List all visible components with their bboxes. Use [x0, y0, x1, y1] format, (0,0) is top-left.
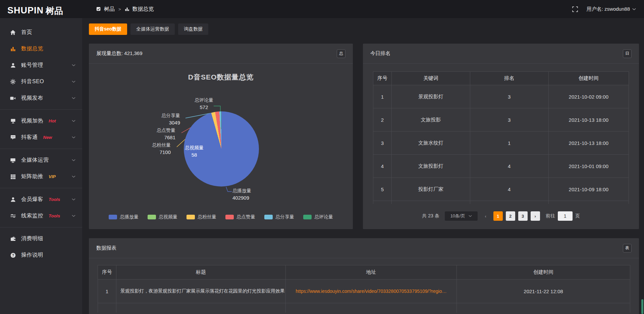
cell-index: 5	[373, 178, 392, 201]
pagination-total: 共 23 条	[422, 213, 439, 219]
cell-created: 2021-10-13 18:00	[549, 132, 629, 155]
breadcrumb-separator: >	[118, 7, 121, 12]
report-row: 1 景观投影灯，夜游景观投影灯厂家展示展示落花灯在花园里的灯光投影应用效果 # …	[98, 279, 630, 303]
page-size-select[interactable]: 10条/页	[444, 211, 478, 221]
cell-keyword: 景观投影灯	[392, 85, 470, 108]
sidebar-item-data-overview[interactable]: 数据总览	[0, 41, 82, 57]
tools-badge: Tools	[49, 213, 60, 218]
chevron-down-icon	[72, 175, 75, 178]
pie-label-comments: 总评论量572	[190, 97, 218, 111]
impressions-chart-panel: 展现量总数: 421,369 总 D音SEO数据量总览 总评论量572 总分	[89, 44, 353, 229]
sidebar-item-label: 视频加热	[21, 117, 43, 124]
chevron-down-icon	[72, 120, 75, 122]
table-toggle-button[interactable]: 表	[623, 244, 632, 253]
sidebar-item-label: 视频发布	[21, 95, 43, 102]
sidebar-item-matrix-boost[interactable]: 矩阵助推 VIP	[0, 168, 82, 185]
chevron-down-icon	[72, 198, 75, 201]
col-keyword: 关键词	[392, 72, 470, 85]
chevron-down-icon	[72, 64, 75, 66]
cell-keyword: 文旅投影灯	[392, 155, 470, 178]
col-title: 标题	[116, 265, 286, 279]
cell-keyword: 投影灯厂家	[392, 178, 470, 201]
next-page-button[interactable]: ›	[531, 211, 540, 221]
legend-item-shares[interactable]: 总分享量	[264, 214, 294, 220]
chevron-down-icon	[72, 81, 75, 83]
chevron-down-icon	[72, 215, 75, 217]
cell-created: 2021-10-01 09:00	[549, 155, 629, 178]
col-created: 创建时间	[549, 72, 629, 85]
sidebar-item-label: 全媒体运营	[21, 157, 49, 164]
scrollbar-thumb[interactable]	[641, 299, 643, 314]
sidebar-divider	[0, 109, 82, 110]
page-button-3[interactable]: 3	[518, 211, 528, 221]
rank-row: 3 文旅水纹灯 1 2021-10-13 18:00	[373, 132, 629, 155]
sidebar-item-douyin-seo[interactable]: 抖音SEO	[0, 73, 82, 90]
breadcrumb-root-icon	[96, 7, 101, 11]
legend-item-comments[interactable]: 总评论量	[303, 214, 333, 220]
tab-inquiry-data[interactable]: 询盘数据	[178, 23, 208, 35]
prev-page-button[interactable]: ‹	[481, 211, 490, 221]
day-toggle-button[interactable]: 日	[623, 49, 632, 58]
question-circle-icon: ?	[10, 252, 16, 258]
breadcrumb-root[interactable]: 树品	[104, 6, 115, 13]
sidebar-item-lead-monitor[interactable]: 线索监控 Tools	[0, 208, 82, 224]
data-report-panel: 数据报表 表 序号 标题 地址 创建时间 1 景观投影灯，夜游景观投影灯厂家展示…	[89, 238, 639, 314]
monitor-icon	[10, 157, 16, 163]
bar-chart-icon	[10, 46, 16, 52]
chevron-down-icon	[632, 8, 636, 10]
sidebar-item-home[interactable]: 首页	[0, 24, 82, 41]
fullscreen-icon[interactable]	[572, 6, 578, 12]
page-button-1[interactable]: 1	[493, 211, 503, 221]
sliders-icon	[10, 213, 16, 219]
user-menu[interactable]: 用户名: zswodun88	[587, 6, 636, 12]
sidebar-item-label: 账号管理	[21, 62, 43, 69]
tab-bar: 抖音seo数据 全媒体运营数据 询盘数据	[89, 23, 639, 35]
sidebar-item-douketong[interactable]: 抖客通 New	[0, 129, 82, 146]
rank-table: 序号 关键词 排名 创建时间 1 景观投影灯 3 2021-10-02 09:0…	[373, 71, 629, 204]
sidebar-item-video-heat[interactable]: 视频加热 Hot	[0, 113, 82, 129]
sidebar-item-label: 数据总览	[21, 45, 43, 52]
cell-rank: 3	[470, 108, 549, 132]
pie-chart: D音SEO数据量总览 总评论量572 总分享量3049 总点赞量7681	[89, 64, 353, 229]
report-table-header: 序号 标题 地址 创建时间	[98, 265, 630, 279]
sidebar-item-video-publish[interactable]: 视频发布	[0, 90, 82, 106]
legend-item-videos[interactable]: 总视频量	[148, 214, 177, 220]
rank-row-clipped	[373, 201, 629, 204]
display-icon	[10, 118, 16, 124]
cell-title: 景观投影灯，夜游景观投影灯厂家展示展示落花灯在花园里的灯光投影应用效果 #	[116, 279, 286, 303]
goto-page-input[interactable]	[558, 211, 573, 221]
sidebar-item-label: 线索监控	[21, 212, 43, 219]
impressions-total: 展现量总数: 421,369	[96, 50, 143, 57]
legend-item-likes[interactable]: 总点赞量	[225, 214, 255, 220]
sidebar-item-label: 会员爆客	[21, 196, 43, 203]
cell-url: https://www.iesdouyin.com/share/video/70…	[286, 279, 457, 303]
legend-item-plays[interactable]: 总播放量	[109, 214, 139, 220]
tab-douyin-seo-data[interactable]: 抖音seo数据	[89, 23, 127, 35]
page-size-value: 10条/页	[450, 213, 465, 219]
col-created: 创建时间	[457, 265, 630, 279]
sidebar-item-label: 操作说明	[21, 252, 43, 259]
sidebar-item-label: 首页	[21, 29, 32, 36]
col-rank: 排名	[470, 72, 549, 85]
col-index: 序号	[98, 265, 116, 279]
video-link[interactable]: https://www.iesdouyin.com/share/video/70…	[296, 289, 447, 294]
pie-label-likes: 总点赞量7681	[139, 127, 179, 141]
pagination: 共 23 条 10条/页 ‹ 1 2 3 › 前往 页	[363, 211, 639, 221]
sidebar-item-instructions[interactable]: ? 操作说明	[0, 247, 82, 263]
total-toggle-button[interactable]: 总	[337, 49, 345, 58]
hot-badge: Hot	[49, 118, 56, 123]
legend-item-fans[interactable]: 总粉丝量	[186, 214, 216, 220]
sidebar-item-member-burst[interactable]: 会员爆客 Tools	[0, 191, 82, 208]
sidebar-divider	[0, 149, 82, 149]
page-button-2[interactable]: 2	[506, 211, 515, 221]
rank-row: 1 景观投影灯 3 2021-10-02 09:00	[373, 85, 629, 108]
sidebar-item-account[interactable]: 账号管理	[0, 57, 82, 73]
sidebar-item-omnimedia[interactable]: 全媒体运营	[0, 152, 82, 168]
tab-omnimedia-data[interactable]: 全媒体运营数据	[130, 23, 175, 35]
breadcrumb-current[interactable]: 数据总览	[132, 6, 154, 13]
cell-rank: 1	[470, 132, 549, 155]
sidebar-divider	[0, 227, 82, 227]
cell-index: 3	[373, 132, 392, 155]
breadcrumb-current-icon	[125, 7, 129, 11]
sidebar-item-consumption[interactable]: 消费明细	[0, 230, 82, 247]
